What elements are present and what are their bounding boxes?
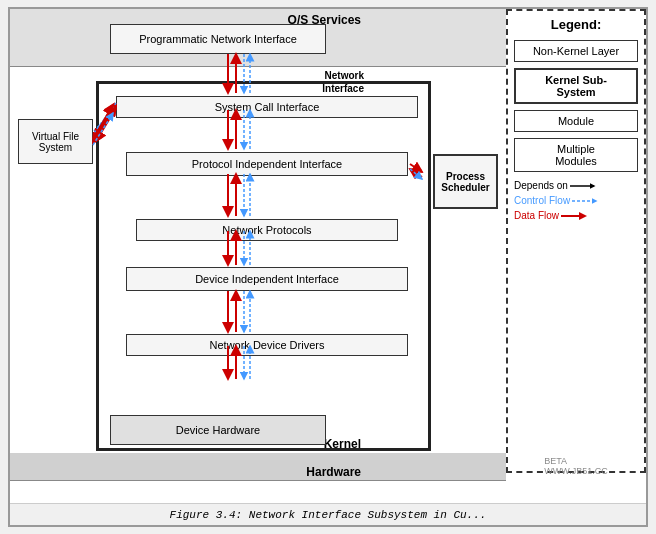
legend-kernel-subsystem: Kernel Sub-System [514,68,638,104]
legend-kernel-label: Kernel Sub-System [545,74,607,98]
sci-box: System Call Interface [116,96,418,118]
watermark-text: BETAWWW.JB51.CC [544,456,608,476]
sci-label: System Call Interface [215,101,320,113]
caption-text: Figure 3.4: Network Interface Subsystem … [170,509,487,521]
control-flow-label: Control Flow [514,195,570,206]
legend-non-kernel-label: Non-Kernel Layer [533,45,619,57]
np-box: Network Protocols [136,219,398,241]
depends-on-label: Depends on [514,180,568,191]
legend-panel: Legend: Non-Kernel Layer Kernel Sub-Syst… [506,9,646,473]
ndd-label: Network Device Drivers [210,339,325,351]
main-frame: O/S Services Kernel Hardware Programmati… [8,7,648,527]
diagram-area: O/S Services Kernel Hardware Programmati… [10,9,506,503]
pni-box: Programmatic Network Interface [110,24,326,54]
legend-control-flow: Control Flow [514,195,638,206]
caption-bar: Figure 3.4: Network Interface Subsystem … [10,503,646,525]
legend-multiple-label: MultipleModules [555,143,597,167]
legend-data-flow: Data Flow [514,210,638,221]
hardware-label: Hardware [306,465,361,479]
watermark: BETAWWW.JB51.CC [506,451,646,481]
kernel-subsystem-box [96,81,431,451]
diagram-content: O/S Services Kernel Hardware Programmati… [10,9,646,503]
ps-label: Process Scheduler [437,171,494,193]
data-flow-label: Data Flow [514,210,559,221]
legend-arrows: Depends on Control Flow Data Flow [514,180,638,221]
ps-box: Process Scheduler [433,154,498,209]
vfs-label: Virtual File System [21,131,90,153]
legend-non-kernel: Non-Kernel Layer [514,40,638,62]
legend-depends-on: Depends on [514,180,638,191]
legend-module-label: Module [558,115,594,127]
legend-multiple-modules: MultipleModules [514,138,638,172]
dii-box: Device Independent Interface [126,267,408,291]
np-label: Network Protocols [222,224,311,236]
dh-box: Device Hardware [110,415,326,445]
dii-label: Device Independent Interface [195,273,339,285]
pii-label: Protocol Independent Interface [192,158,342,170]
ndd-box: Network Device Drivers [126,334,408,356]
hardware-band [10,453,506,481]
legend-title: Legend: [514,17,638,32]
pni-label: Programmatic Network Interface [139,33,297,45]
vfs-box: Virtual File System [18,119,93,164]
dh-label: Device Hardware [176,424,260,436]
legend-module: Module [514,110,638,132]
pii-box: Protocol Independent Interface [126,152,408,176]
